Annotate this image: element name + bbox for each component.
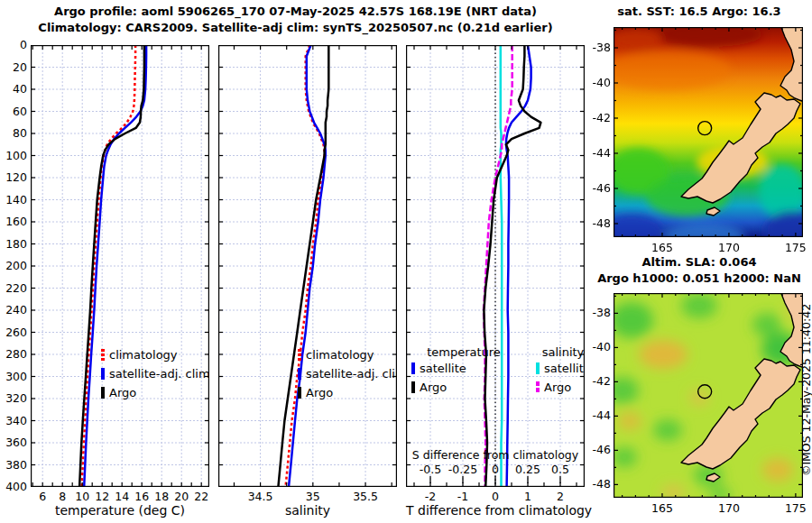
depth-tick-label: 140: [2, 193, 27, 206]
depth-tick-label: 280: [2, 347, 27, 361]
legend-label: Argo: [306, 386, 333, 399]
map-lat-label: -44: [587, 408, 611, 422]
map-lat-label: -48: [587, 216, 611, 230]
sla-map-canvas: [614, 293, 803, 498]
depth-tick-label: 220: [2, 281, 27, 295]
argo-profile-figure: Argo profile: aoml 5906265_170 07-May-20…: [0, 0, 812, 523]
map-lon-label: 165: [644, 501, 680, 515]
legend-header-salinity: salinity: [536, 345, 585, 359]
tdiff-axis-label: T difference from climatology: [406, 503, 585, 518]
legend-item-argo: Argo: [298, 383, 397, 402]
map-lon-label: 170: [711, 501, 747, 515]
map-lat-label: -48: [587, 477, 611, 491]
depth-tick-label: 240: [2, 303, 27, 317]
s-difference-annotation: S difference from climatology: [406, 448, 585, 462]
map-lon-label: 175: [778, 241, 812, 254]
depth-tick-label: 80: [2, 126, 27, 140]
map-lat-label: -38: [587, 306, 611, 319]
depth-tick-label: 400: [2, 480, 27, 493]
legend-item-climatology: climatology: [298, 345, 397, 364]
map-lat-label: -42: [587, 374, 611, 388]
legend-label: Argo: [109, 386, 136, 399]
sla-map-title-line1: Altim. SLA: 0.064: [586, 255, 812, 269]
depth-tick-label: 320: [2, 391, 27, 405]
map-lat-label: -44: [587, 146, 611, 160]
satellite-t-line-swatch: [411, 362, 415, 374]
depth-tick-label: 200: [2, 259, 27, 272]
legend-item-satellite-s: satellite: [536, 359, 585, 378]
legend-label: satellite: [544, 362, 585, 375]
salinity-legend: climatology satellite-adj. clim Argo: [298, 345, 397, 402]
difference-plot-canvas: [406, 45, 585, 487]
temperature-axis-label: temperature (deg C): [31, 503, 209, 518]
temperature-profile-plot: climatology satellite-adj. clim Argo: [31, 45, 209, 487]
x-tick-label: 2: [538, 490, 583, 503]
figure-title-line1: Argo profile: aoml 5906265_170 07-May-20…: [0, 5, 591, 18]
salinity-profile-plot: climatology satellite-adj. clim Argo: [218, 45, 397, 487]
depth-tick-label: 260: [2, 326, 27, 339]
satellite-adj-line-swatch: [298, 368, 301, 380]
x-tick-label: 22: [179, 490, 224, 503]
depth-tick-label: 60: [2, 105, 27, 118]
s-axis-tick-label: 0.5: [540, 463, 580, 476]
map-lon-label: 170: [711, 241, 747, 254]
map-lat-label: -40: [587, 76, 611, 89]
legend-label: Argo: [544, 381, 571, 394]
map-lat-label: -42: [587, 111, 611, 124]
legend-item-argo: Argo: [101, 383, 209, 402]
legend-item-satellite-t: satellite: [411, 359, 516, 378]
legend-item-argo-s: Argo: [536, 378, 585, 397]
temperature-plot-canvas: [31, 45, 209, 487]
tdiff-legend-salinity: salinity satellite Argo: [536, 345, 585, 397]
depth-tick-label: 380: [2, 458, 27, 472]
tdiff-legend-temperature: temperature satellite Argo: [411, 345, 516, 397]
legend-label: climatology: [109, 348, 178, 362]
map-lat-label: -40: [587, 340, 611, 353]
map-lon-label: 175: [778, 501, 812, 515]
legend-item-satellite-adj: satellite-adj. clim: [101, 364, 209, 383]
map-lat-label: -46: [587, 443, 611, 456]
legend-header-temperature: temperature: [411, 345, 516, 359]
temperature-legend: climatology satellite-adj. clim Argo: [101, 345, 209, 402]
legend-item-argo-t: Argo: [411, 378, 516, 397]
argo-s-line-swatch: [536, 381, 540, 393]
sla-map-title-line2: Argo h1000: 0.051 h2000: NaN: [586, 271, 812, 285]
sst-map-canvas: [614, 27, 803, 237]
sla-map: [614, 293, 803, 498]
salinity-plot-canvas: [218, 45, 397, 487]
depth-tick-label: 300: [2, 370, 27, 383]
climatology-line-swatch: [298, 349, 301, 361]
depth-tick-label: 100: [2, 149, 27, 162]
x-tick-label: 35.5: [343, 490, 388, 503]
map-lat-label: -38: [587, 41, 611, 54]
legend-item-satellite-adj: satellite-adj. clim: [298, 364, 397, 383]
satellite-adj-line-swatch: [101, 368, 105, 380]
argo-t-line-swatch: [411, 381, 415, 393]
depth-tick-label: 360: [2, 436, 27, 449]
depth-tick-label: 20: [2, 60, 27, 74]
figure-title-line2: Climatology: CARS2009. Satellite-adj cli…: [0, 21, 591, 34]
map-lon-label: 165: [644, 241, 680, 254]
depth-tick-label: 40: [2, 82, 27, 96]
map-lat-label: -46: [587, 181, 611, 195]
depth-tick-label: 120: [2, 170, 27, 184]
depth-tick-label: 340: [2, 414, 27, 427]
depth-tick-label: 160: [2, 215, 27, 228]
legend-label: Argo: [420, 381, 447, 394]
salinity-axis-label: salinity: [218, 503, 397, 518]
copyright-text: ©IMOS 12-May-2025 11:40:42: [799, 300, 812, 481]
legend-label: satellite-adj. clim: [109, 367, 209, 381]
argo-line-swatch: [298, 387, 301, 399]
difference-profile-plot: temperature satellite Argo salinity sate…: [406, 45, 585, 487]
climatology-line-swatch: [101, 349, 105, 361]
legend-label: satellite-adj. clim: [306, 367, 397, 381]
argo-line-swatch: [101, 387, 105, 399]
legend-item-climatology: climatology: [101, 345, 209, 364]
depth-tick-label: 0: [2, 38, 27, 51]
sst-map: [614, 27, 803, 237]
depth-tick-label: 180: [2, 237, 27, 251]
legend-label: climatology: [306, 348, 374, 362]
sst-map-title: sat. SST: 16.5 Argo: 16.3: [586, 5, 812, 18]
legend-label: satellite: [420, 362, 466, 375]
x-tick-label: 34.5: [238, 490, 283, 503]
